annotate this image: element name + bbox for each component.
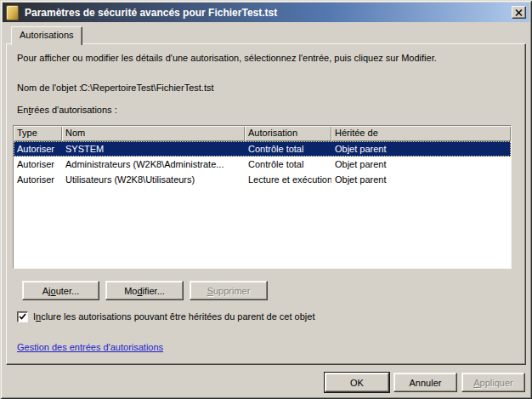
advanced-security-dialog: Paramètres de sécurité avancés pour Fich… [0, 0, 532, 399]
column-header-nom[interactable]: Nom [62, 126, 245, 141]
label-post: uter... [56, 286, 80, 296]
window-title: Paramètres de sécurité avancés pour Fich… [25, 7, 277, 19]
label-post: ifier... [143, 286, 165, 296]
label-pre: En [17, 105, 28, 115]
instruction-text: Pour afficher ou modifier les détails d'… [17, 53, 437, 63]
checkmark-icon [19, 313, 26, 321]
label-mnemonic: S [207, 286, 213, 296]
column-header-heritee-de[interactable]: Héritée de [331, 126, 511, 141]
cancel-button[interactable]: Annuler [393, 373, 457, 392]
inherit-permissions-checkbox[interactable] [17, 311, 28, 322]
titlebar[interactable]: Paramètres de sécurité avancés pour Fich… [3, 3, 529, 22]
remove-button: Supprimer [190, 281, 268, 300]
tab-page-autorisations: Pour afficher ou modifier les détails d'… [6, 43, 526, 365]
cell-heritee-de: Objet parent [331, 172, 511, 187]
column-header-type[interactable]: Type [14, 126, 62, 141]
edit-button[interactable]: Modifier... [105, 281, 184, 300]
ok-button[interactable]: OK [325, 373, 389, 392]
close-button[interactable] [512, 6, 526, 19]
entries-list-label: Entrées d'autorisations : [17, 105, 117, 115]
security-folder-icon [6, 5, 19, 20]
cell-heritee-de: Objet parent [331, 141, 511, 157]
label-post: clure les autorisations pouvant être hér… [41, 311, 314, 322]
cell-type: Autoriser [14, 172, 62, 187]
cell-autorisation: Contrôle total [245, 157, 331, 172]
cell-nom: SYSTEM [62, 141, 245, 157]
label-post: rées d'autorisations : [31, 105, 117, 115]
cell-type: Autoriser [14, 157, 62, 172]
permissions-listview[interactable]: Type Nom Autorisation Héritée de Autoris… [13, 125, 512, 269]
cell-autorisation: Contrôle total [245, 141, 331, 157]
cell-type: Autoriser [14, 141, 62, 157]
cell-autorisation: Lecture et exécution [245, 172, 331, 187]
cell-heritee-de: Objet parent [331, 157, 511, 172]
label-post: ppliquer [480, 378, 513, 388]
inherit-permissions-label: Inclure les autorisations pouvant être h… [33, 311, 314, 322]
permission-row-administrateurs[interactable]: Autoriser Administrateurs (W2K8\Administ… [14, 157, 511, 172]
manage-entries-link[interactable]: Gestion des entrées d'autorisations [17, 342, 163, 352]
cell-nom: Utilisateurs (W2K8\Utilisateurs) [62, 172, 245, 187]
label-mnemonic: A [473, 378, 479, 388]
apply-button: Appliquer [461, 373, 525, 392]
add-button[interactable]: Ajouter... [22, 281, 99, 300]
object-name-label: Nom de l'objet : [17, 83, 82, 93]
label-post: upprimer [213, 286, 250, 296]
column-header-autorisation[interactable]: Autorisation [245, 126, 331, 141]
tab-label: Autorisations [20, 30, 74, 40]
cell-nom: Administrateurs (W2K8\Administrate... [62, 157, 245, 172]
close-icon [515, 9, 523, 16]
object-name-value: C:\RepertoireTest\FichierTest.tst [81, 83, 214, 93]
permission-row-utilisateurs[interactable]: Autoriser Utilisateurs (W2K8\Utilisateur… [14, 172, 511, 187]
permission-row-system[interactable]: Autoriser SYSTEM Contrôle total Objet pa… [14, 141, 511, 157]
label-pre: Mo [124, 286, 137, 296]
listview-header: Type Nom Autorisation Héritée de [14, 126, 511, 141]
label-pre: Aj [42, 286, 51, 296]
tab-autorisations[interactable]: Autorisations [11, 26, 82, 45]
